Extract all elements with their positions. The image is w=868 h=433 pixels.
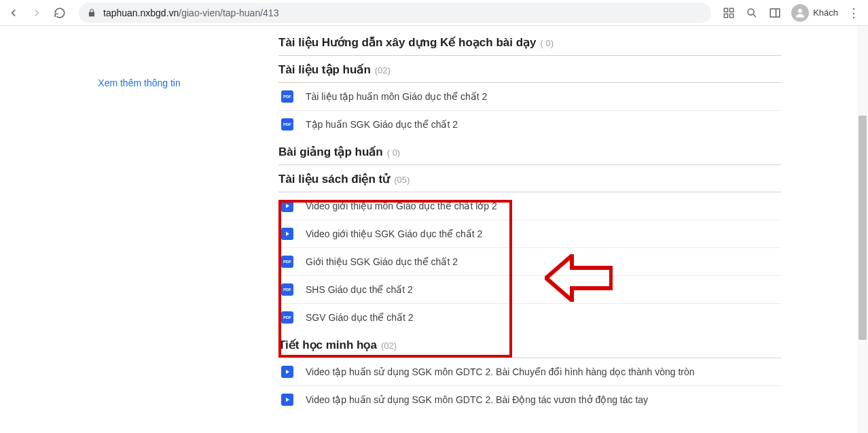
section-title: Tài liệu Hướng dẫn xây dựng Kế hoạch bài… bbox=[278, 35, 537, 50]
svg-rect-5 bbox=[770, 9, 780, 17]
svg-rect-0 bbox=[724, 8, 727, 12]
url-text: taphuan.nxbgd.vn/giao-vien/tap-huan/413 bbox=[103, 7, 278, 18]
item-label: Video tập huấn sử dụng SGK môn GDTC 2. B… bbox=[306, 366, 695, 377]
pdf-icon: PDF bbox=[281, 118, 293, 131]
scrollbar-track[interactable] bbox=[857, 26, 868, 433]
zoom-icon[interactable] bbox=[745, 6, 759, 20]
more-info-link[interactable]: Xem thêm thông tin bbox=[98, 77, 180, 88]
panel-icon[interactable] bbox=[768, 6, 782, 20]
item-label: Video giới thiệu môn Giáo dục thể chất l… bbox=[306, 201, 497, 211]
svg-rect-2 bbox=[724, 14, 727, 17]
profile-button[interactable]: Khách bbox=[791, 4, 838, 22]
pdf-icon: PDF bbox=[281, 90, 293, 103]
list-item[interactable]: Video tập huấn sử dụng SGK môn GDTC 2. B… bbox=[278, 386, 781, 413]
back-button[interactable] bbox=[5, 5, 22, 21]
avatar-icon bbox=[791, 4, 809, 22]
video-play-icon bbox=[281, 228, 293, 240]
url-bar[interactable]: taphuan.nxbgd.vn/giao-vien/tap-huan/413 bbox=[79, 3, 711, 23]
content-area: Xem thêm thông tin Tài liệu Hướng dẫn xâ… bbox=[0, 26, 868, 433]
guest-label: Khách bbox=[813, 7, 838, 18]
section-demo-lessons: Tiết học minh họa (02) Video tập huấn sử… bbox=[278, 335, 781, 413]
translate-icon[interactable] bbox=[722, 6, 736, 20]
lock-icon bbox=[87, 8, 96, 18]
section-title: Tài liệu sách điện tử bbox=[278, 172, 390, 186]
item-label: Giới thiệu SGK Giáo dục thể chất 2 bbox=[306, 256, 458, 267]
section-training-docs: Tài liệu tập huấn (02) PDF Tài liệu tập … bbox=[278, 60, 781, 138]
list-item[interactable]: Video tập huấn sử dụng SGK môn GDTC 2. B… bbox=[278, 358, 781, 386]
reload-button[interactable] bbox=[52, 5, 68, 21]
list-item[interactable]: PDF Tài liệu tập huấn môn Giáo dục thể c… bbox=[278, 83, 781, 111]
item-label: SGV Giáo dục thể chất 2 bbox=[306, 312, 414, 323]
kebab-menu-icon[interactable]: ⋮ bbox=[848, 5, 860, 20]
pdf-icon: PDF bbox=[281, 311, 293, 324]
forward-button[interactable] bbox=[29, 5, 45, 21]
list-item[interactable]: PDF SGV Giáo dục thể chất 2 bbox=[278, 304, 781, 331]
section-count: (02) bbox=[375, 65, 391, 75]
section-training-lectures: Bài giảng tập huấn ( 0) bbox=[278, 142, 781, 165]
pdf-icon: PDF bbox=[281, 256, 293, 268]
item-label: SHS Giáo dục thể chất 2 bbox=[306, 284, 413, 295]
svg-rect-3 bbox=[730, 14, 734, 17]
video-play-icon bbox=[281, 200, 293, 212]
section-title: Bài giảng tập huấn bbox=[278, 145, 383, 159]
section-title: Tài liệu tập huấn bbox=[278, 63, 371, 77]
item-label: Video giới thiệu SGK Giáo dục thể chất 2 bbox=[306, 228, 482, 239]
main-content: Tài liệu Hướng dẫn xây dựng Kế hoạch bài… bbox=[278, 33, 781, 417]
section-count: (02) bbox=[381, 341, 397, 351]
section-count: (05) bbox=[394, 175, 410, 185]
section-title: Tiết học minh họa bbox=[278, 338, 377, 352]
toolbar-right: Khách ⋮ bbox=[722, 4, 863, 22]
item-label: Tập huấn SGK Giáo dục thể chất 2 bbox=[306, 119, 458, 130]
video-play-icon bbox=[281, 366, 293, 378]
section-count: ( 0) bbox=[387, 148, 401, 158]
list-item[interactable]: Video giới thiệu SGK Giáo dục thể chất 2 bbox=[278, 220, 781, 248]
section-count: ( 0) bbox=[541, 38, 554, 48]
scrollbar-thumb[interactable] bbox=[858, 116, 867, 340]
list-item[interactable]: PDF Giới thiệu SGK Giáo dục thể chất 2 bbox=[278, 248, 781, 276]
browser-toolbar: taphuan.nxbgd.vn/giao-vien/tap-huan/413 … bbox=[0, 0, 868, 26]
item-label: Video tập huấn sử dụng SGK môn GDTC 2. B… bbox=[306, 394, 648, 405]
svg-rect-1 bbox=[730, 8, 734, 12]
section-lesson-plan-guide: Tài liệu Hướng dẫn xây dựng Kế hoạch bài… bbox=[278, 33, 781, 56]
svg-point-4 bbox=[748, 9, 754, 15]
pdf-icon: PDF bbox=[281, 283, 293, 296]
sidebar: Xem thêm thông tin bbox=[0, 33, 278, 417]
svg-point-6 bbox=[798, 9, 802, 13]
list-item[interactable]: PDF Tập huấn SGK Giáo dục thể chất 2 bbox=[278, 111, 781, 138]
video-play-icon bbox=[281, 394, 293, 406]
item-label: Tài liệu tập huấn môn Giáo dục thể chất … bbox=[306, 91, 487, 102]
list-item[interactable]: PDF SHS Giáo dục thể chất 2 bbox=[278, 276, 781, 304]
section-ebooks: Tài liệu sách điện tử (05) Video giới th… bbox=[278, 169, 781, 331]
list-item[interactable]: Video giới thiệu môn Giáo dục thể chất l… bbox=[278, 192, 781, 220]
